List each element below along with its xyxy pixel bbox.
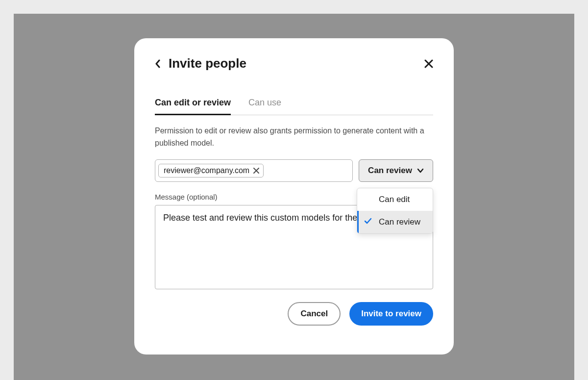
close-icon	[424, 59, 433, 68]
role-dropdown-menu: Can edit Can review	[357, 188, 433, 234]
remove-email-button[interactable]	[253, 168, 259, 174]
check-icon	[364, 217, 372, 227]
permission-description: Permission to edit or review also grants…	[155, 125, 433, 150]
modal-title: Invite people	[169, 56, 246, 71]
modal-header: Invite people	[155, 56, 433, 71]
invite-to-review-button[interactable]: Invite to review	[349, 302, 433, 326]
email-chip: reviewer@company.com	[158, 164, 264, 177]
dropdown-option-label: Can review	[379, 217, 420, 227]
header-left-group: Invite people	[155, 56, 246, 71]
tab-can-use[interactable]: Can use	[248, 94, 281, 115]
x-icon	[253, 168, 259, 174]
tab-edit-or-review[interactable]: Can edit or review	[155, 94, 231, 115]
chevron-left-icon	[155, 59, 161, 68]
modal-footer: Cancel Invite to review	[155, 302, 433, 326]
cancel-button[interactable]: Cancel	[288, 302, 341, 326]
close-button[interactable]	[424, 59, 433, 68]
invite-people-modal: Invite people Can edit or review Can use…	[134, 38, 454, 355]
email-chip-text: reviewer@company.com	[164, 166, 249, 175]
back-button[interactable]	[155, 59, 161, 68]
role-select-label: Can review	[368, 166, 412, 176]
chevron-down-icon	[417, 168, 424, 173]
dropdown-option-can-review[interactable]: Can review	[357, 211, 433, 233]
permission-tabs: Can edit or review Can use	[155, 94, 433, 115]
email-input[interactable]: reviewer@company.com	[155, 159, 353, 182]
dropdown-option-can-edit[interactable]: Can edit	[357, 188, 433, 211]
invite-input-row: reviewer@company.com Can review Can edit	[155, 159, 433, 182]
role-select-dropdown[interactable]: Can review	[359, 159, 433, 182]
